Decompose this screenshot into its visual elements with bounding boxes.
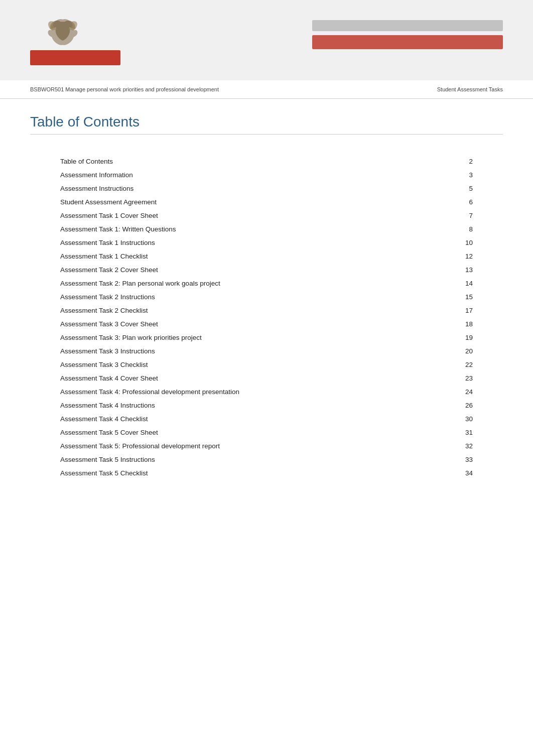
logo-bird-icon bbox=[45, 15, 80, 50]
toc-entry-label: Assessment Task 5: Professional developm… bbox=[60, 442, 458, 450]
toc-entry-label: Assessment Task 3 Instructions bbox=[60, 347, 458, 355]
toc-row: Assessment Task 3 Cover Sheet18 bbox=[60, 317, 473, 331]
toc-row: Table of Contents2 bbox=[60, 155, 473, 168]
page-title: Table of Contents bbox=[30, 114, 503, 135]
banner-red-bar bbox=[312, 35, 503, 49]
toc-entry-label: Assessment Task 3 Cover Sheet bbox=[60, 320, 458, 328]
toc-entry-label: Assessment Task 2 Checklist bbox=[60, 307, 458, 314]
toc-entry-page: 33 bbox=[458, 456, 473, 463]
banner-gray-bar bbox=[312, 20, 503, 31]
toc-entry-page: 20 bbox=[458, 347, 473, 355]
toc-entry-page: 3 bbox=[458, 171, 473, 179]
toc-entry-label: Table of Contents bbox=[60, 158, 458, 165]
toc-entry-label: Assessment Instructions bbox=[60, 185, 458, 192]
toc-entry-page: 15 bbox=[458, 293, 473, 301]
toc-entry-page: 30 bbox=[458, 415, 473, 423]
toc-entry-label: Assessment Task 1 Cover Sheet bbox=[60, 212, 458, 219]
toc-entry-page: 31 bbox=[458, 429, 473, 436]
toc-row: Assessment Task 5 Checklist34 bbox=[60, 466, 473, 480]
toc-entry-page: 26 bbox=[458, 402, 473, 409]
toc-row: Assessment Information3 bbox=[60, 168, 473, 182]
toc-entry-page: 22 bbox=[458, 361, 473, 368]
toc-entry-label: Student Assessment Agreement bbox=[60, 198, 458, 206]
toc-row: Assessment Task 2: Plan personal work go… bbox=[60, 277, 473, 290]
toc-entry-page: 19 bbox=[458, 334, 473, 341]
toc-row: Student Assessment Agreement6 bbox=[60, 195, 473, 209]
toc-row: Assessment Task 3 Checklist22 bbox=[60, 358, 473, 371]
toc-entry-label: Assessment Task 4 Cover Sheet bbox=[60, 374, 458, 382]
toc-row: Assessment Task 2 Instructions15 bbox=[60, 290, 473, 304]
logo-area bbox=[30, 10, 130, 70]
toc-entry-page: 18 bbox=[458, 320, 473, 328]
toc-row: Assessment Task 1 Checklist12 bbox=[60, 249, 473, 263]
toc-entry-page: 7 bbox=[458, 212, 473, 219]
toc-entry-label: Assessment Task 4: Professional developm… bbox=[60, 388, 458, 396]
toc-entry-page: 34 bbox=[458, 469, 473, 477]
toc-row: Assessment Instructions5 bbox=[60, 182, 473, 195]
toc-row: Assessment Task 2 Cover Sheet13 bbox=[60, 263, 473, 277]
toc-entry-label: Assessment Task 3 Checklist bbox=[60, 361, 458, 368]
logo-red-bar bbox=[30, 50, 120, 65]
toc-row: Assessment Task 3 Instructions20 bbox=[60, 344, 473, 358]
toc-entry-label: Assessment Task 2 Instructions bbox=[60, 293, 458, 301]
toc-entry-label: Assessment Task 1 Checklist bbox=[60, 253, 458, 260]
toc-entry-page: 23 bbox=[458, 374, 473, 382]
toc-row: Assessment Task 5: Professional developm… bbox=[60, 439, 473, 453]
toc-row: Assessment Task 4: Professional developm… bbox=[60, 385, 473, 399]
toc-entry-label: Assessment Task 1: Written Questions bbox=[60, 225, 458, 233]
toc-row: Assessment Task 5 Instructions33 bbox=[60, 453, 473, 466]
toc-row: Assessment Task 4 Cover Sheet23 bbox=[60, 371, 473, 385]
toc-container: Table of Contents2Assessment Information… bbox=[0, 145, 533, 500]
page-meta: BSBWOR501 Manage personal work prioritie… bbox=[0, 80, 533, 99]
toc-entry-page: 32 bbox=[458, 442, 473, 450]
toc-entry-label: Assessment Task 4 Checklist bbox=[60, 415, 458, 423]
header-banner bbox=[0, 0, 533, 80]
toc-entry-label: Assessment Task 2: Plan personal work go… bbox=[60, 280, 458, 287]
page-title-section: Table of Contents bbox=[0, 99, 533, 145]
toc-entry-page: 17 bbox=[458, 307, 473, 314]
toc-entry-label: Assessment Task 1 Instructions bbox=[60, 239, 458, 246]
toc-row: Assessment Task 1 Instructions10 bbox=[60, 236, 473, 249]
toc-entry-page: 24 bbox=[458, 388, 473, 396]
toc-entry-label: Assessment Task 5 Cover Sheet bbox=[60, 429, 458, 436]
document-subtitle: BSBWOR501 Manage personal work prioritie… bbox=[30, 86, 219, 92]
toc-row: Assessment Task 1: Written Questions8 bbox=[60, 222, 473, 236]
toc-row: Assessment Task 4 Checklist30 bbox=[60, 412, 473, 426]
toc-entry-page: 2 bbox=[458, 158, 473, 165]
toc-entry-page: 12 bbox=[458, 253, 473, 260]
toc-row: Assessment Task 3: Plan work priorities … bbox=[60, 331, 473, 344]
toc-row: Assessment Task 2 Checklist17 bbox=[60, 304, 473, 317]
toc-entry-label: Assessment Information bbox=[60, 171, 458, 179]
toc-entry-page: 6 bbox=[458, 198, 473, 206]
toc-row: Assessment Task 4 Instructions26 bbox=[60, 399, 473, 412]
toc-entry-page: 10 bbox=[458, 239, 473, 246]
toc-entry-label: Assessment Task 5 Instructions bbox=[60, 456, 458, 463]
toc-entry-label: Assessment Task 4 Instructions bbox=[60, 402, 458, 409]
toc-entry-page: 14 bbox=[458, 280, 473, 287]
toc-entry-label: Assessment Task 3: Plan work priorities … bbox=[60, 334, 458, 341]
toc-row: Assessment Task 1 Cover Sheet7 bbox=[60, 209, 473, 222]
toc-entry-label: Assessment Task 2 Cover Sheet bbox=[60, 266, 458, 274]
toc-entry-page: 5 bbox=[458, 185, 473, 192]
toc-row: Assessment Task 5 Cover Sheet31 bbox=[60, 426, 473, 439]
toc-entry-label: Assessment Task 5 Checklist bbox=[60, 469, 458, 477]
banner-right-content bbox=[312, 20, 503, 49]
document-type: Student Assessment Tasks bbox=[437, 86, 503, 92]
toc-entry-page: 13 bbox=[458, 266, 473, 274]
toc-entry-page: 8 bbox=[458, 225, 473, 233]
